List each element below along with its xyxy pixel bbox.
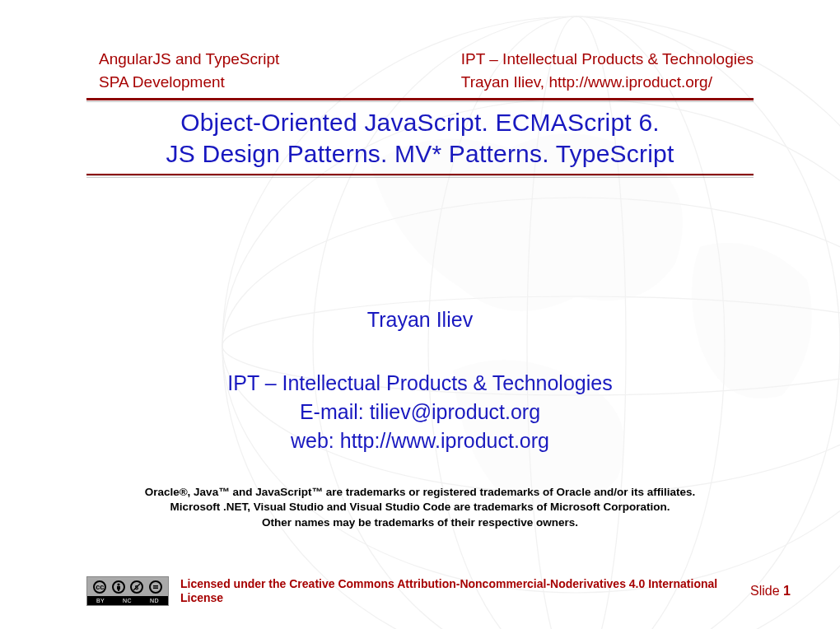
header-org: IPT – Intellectual Products & Technologi… (461, 48, 754, 71)
header-course-line1: AngularJS and TypeScript (99, 48, 279, 71)
email-line: E-mail: tiliev@iproduct.org (49, 398, 791, 426)
svg-point-7 (117, 583, 119, 585)
nd-icon (149, 580, 162, 594)
trademark-line3: Other names may be trademarks of their r… (66, 515, 774, 530)
web-line: web: http://www.iproduct.org (49, 426, 791, 455)
cc-by-label: BY (96, 598, 105, 603)
trademark-block: Oracle®, Java™ and JavaScript™ are trade… (0, 485, 840, 530)
by-icon (112, 580, 125, 594)
cc-badge-labels: BY NC ND (87, 596, 168, 605)
license-text: Licensed under the Creative Commons Attr… (180, 577, 739, 606)
author-name: Trayan Iliev (49, 305, 791, 334)
title-rule-bottom (86, 174, 754, 176)
svg-rect-11 (153, 587, 158, 589)
title-line2: JS Design Patterns. MV* Patterns. TypeSc… (49, 138, 791, 170)
trademark-line2: Microsoft .NET, Visual Studio and Visual… (66, 500, 774, 515)
header-author-url: Trayan Iliev, http://www.iproduct.org/ (461, 71, 754, 94)
title-rule-bottom-shadow (86, 177, 754, 178)
trademark-line1: Oracle®, Java™ and JavaScript™ are trade… (66, 485, 774, 500)
slide-title: Object-Oriented JavaScript. ECMAScript 6… (0, 102, 840, 172)
cc-badge-icons: cc $ (87, 577, 168, 596)
header-course-line2: SPA Development (99, 71, 279, 94)
slide-footer: cc $ BY NC ND Licensed under the Creativ… (86, 576, 791, 606)
slide-body: Trayan Iliev IPT – Intellectual Products… (0, 305, 840, 455)
slide-number: Slide 1 (750, 584, 791, 599)
cc-license-badge: cc $ BY NC ND (86, 576, 169, 606)
svg-rect-10 (153, 585, 158, 587)
cc-nd-label: ND (150, 598, 159, 603)
title-line1: Object-Oriented JavaScript. ECMAScript 6… (49, 107, 791, 138)
header-left-block: AngularJS and TypeScript SPA Development (99, 48, 279, 93)
org-line: IPT – Intellectual Products & Technologi… (49, 369, 791, 398)
slide-label: Slide (750, 584, 783, 598)
header-right-block: IPT – Intellectual Products & Technologi… (461, 48, 754, 93)
slide-header: AngularJS and TypeScript SPA Development… (0, 0, 840, 93)
nc-icon: $ (130, 580, 143, 594)
title-rule-top (86, 98, 754, 100)
cc-nc-label: NC (123, 598, 132, 603)
cc-icon: cc (93, 580, 106, 594)
slide-number-value: 1 (783, 584, 791, 598)
